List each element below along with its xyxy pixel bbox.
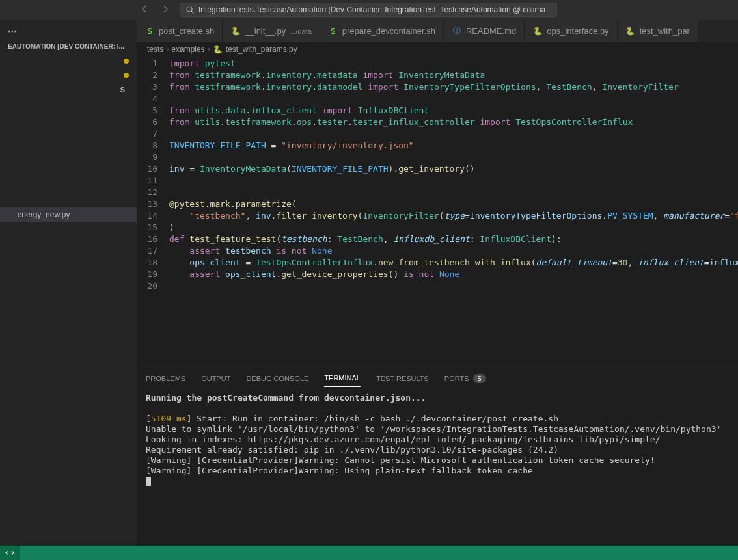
search-text: IntegrationTests.TestcaseAutomation [Dev… (198, 5, 545, 14)
svg-point-0 (187, 7, 192, 12)
code-editor[interactable]: 1234567891011121314151617181920 import p… (137, 57, 738, 367)
titlebar: IntegrationTests.TestcaseAutomation [Dev… (0, 0, 738, 20)
markdown-file-icon: ⓘ (452, 26, 462, 36)
python-file-icon: 🐍 (532, 26, 543, 36)
sidebar-more-icon[interactable]: ⋯ (8, 26, 17, 36)
panel-tab-debug-console[interactable]: DEBUG CONSOLE (246, 370, 308, 387)
panel-tab-ports[interactable]: PORTS 5 (444, 369, 486, 388)
terminal-cursor (146, 477, 151, 486)
shell-file-icon: $ (328, 26, 338, 36)
python-file-icon: 🐍 (230, 26, 241, 36)
tab-init-py[interactable]: 🐍__init__.py.../data (223, 20, 320, 42)
tree-item[interactable] (0, 54, 137, 68)
panel-tabs: PROBLEMS OUTPUT DEBUG CONSOLE TERMINAL T… (137, 367, 738, 389)
panel-tab-output[interactable]: OUTPUT (201, 370, 230, 387)
shell-file-icon: $ (144, 26, 155, 36)
breadcrumbs[interactable]: tests › examples › 🐍 test_with_params.py (137, 42, 738, 57)
sidebar-folder-header[interactable]: EAUTOMATION [DEV CONTAINER: I... (0, 40, 137, 53)
bottom-panel: PROBLEMS OUTPUT DEBUG CONSOLE TERMINAL T… (137, 367, 738, 546)
panel-tab-terminal[interactable]: TERMINAL (324, 369, 361, 387)
tree-item[interactable]: S (0, 83, 137, 97)
editor-tabs: $post_create.sh 🐍__init__.py.../data $pr… (137, 20, 738, 42)
tab-prepare-devcontainer[interactable]: $prepare_devcontainer.sh (320, 20, 444, 42)
remote-indicator[interactable] (0, 546, 20, 560)
search-icon (185, 5, 195, 14)
nav-back-icon[interactable] (135, 3, 154, 18)
chevron-right-icon: › (208, 45, 210, 54)
nav-forward-icon[interactable] (156, 3, 174, 18)
ports-count-badge: 5 (473, 374, 486, 383)
tree-item[interactable] (0, 68, 137, 83)
panel-tab-problems[interactable]: PROBLEMS (146, 370, 185, 387)
breadcrumb-item[interactable]: test_with_params.py (226, 45, 297, 54)
tab-readme[interactable]: ⓘREADME.md (444, 20, 525, 42)
tab-ops-interface[interactable]: 🐍ops_interface.py (525, 20, 617, 42)
file-tree: S _energy_new.py (0, 53, 137, 546)
tab-post-create[interactable]: $post_create.sh (137, 20, 223, 42)
explorer-sidebar: ⋯ EAUTOMATION [DEV CONTAINER: I... S _en… (0, 20, 137, 546)
tab-test-with-params[interactable]: 🐍test_with_par (618, 20, 698, 42)
tree-item-label: _energy_new.py (13, 210, 70, 219)
python-file-icon: 🐍 (625, 26, 636, 36)
panel-tab-test-results[interactable]: TEST RESULTS (376, 370, 429, 387)
breadcrumb-item[interactable]: examples (171, 45, 204, 54)
statusbar[interactable] (0, 546, 738, 560)
command-center-search[interactable]: IntegrationTests.TestcaseAutomation [Dev… (180, 3, 557, 17)
python-file-icon: 🐍 (213, 44, 223, 55)
terminal-output[interactable]: Running the postCreateCommand from devco… (137, 389, 738, 546)
line-number-gutter: 1234567891011121314151617181920 (137, 57, 169, 367)
chevron-right-icon: › (166, 45, 169, 54)
code-content[interactable]: import pytestfrom testframework.inventor… (169, 57, 738, 367)
breadcrumb-item[interactable]: tests (147, 45, 163, 54)
tree-item-selected[interactable]: _energy_new.py (0, 207, 137, 222)
